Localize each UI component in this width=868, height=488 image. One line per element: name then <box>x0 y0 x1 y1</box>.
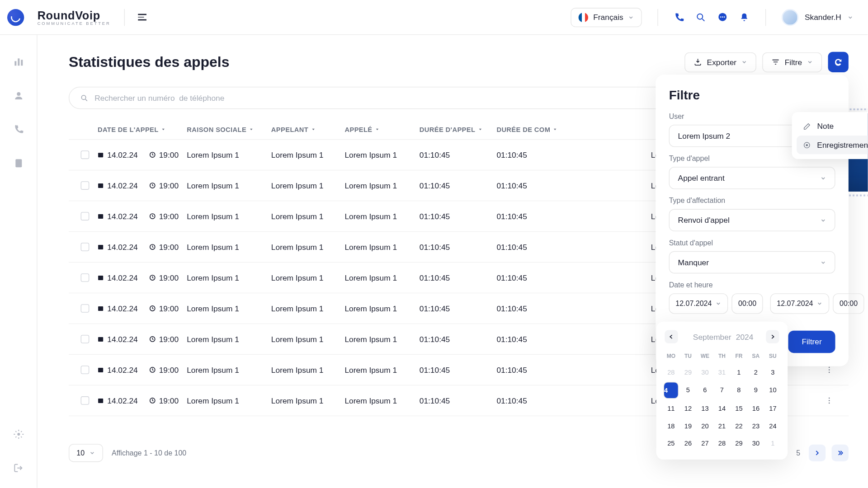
row-checkbox[interactable] <box>81 396 90 405</box>
calendar-day[interactable]: 14 <box>714 400 730 416</box>
calendar-day[interactable]: 29 <box>680 364 696 380</box>
page-next-button[interactable] <box>809 445 826 461</box>
apply-filter-button[interactable]: Filtrer <box>788 331 835 353</box>
cell-duree: 01:10:45 <box>420 273 497 282</box>
filter-status-select[interactable]: Manquer <box>669 251 835 273</box>
filter-button[interactable]: Filtre <box>762 52 822 72</box>
page-last-button[interactable] <box>832 445 849 461</box>
search-icon <box>80 94 89 102</box>
row-actions-button[interactable] <box>822 393 836 408</box>
filter-affect-select[interactable]: Renvoi d'appel <box>669 209 835 231</box>
page-size-select[interactable]: 10 <box>69 444 103 462</box>
calendar-day[interactable]: 8 <box>731 382 747 399</box>
search-icon[interactable] <box>696 12 707 23</box>
user-menu[interactable]: Skander.H <box>782 9 853 25</box>
time-to[interactable]: 00:00 <box>833 293 864 314</box>
row-checkbox[interactable] <box>81 243 90 251</box>
calendar-prev-button[interactable] <box>665 330 678 343</box>
menu-record[interactable]: Enregistrement <box>797 136 868 154</box>
calendar-day[interactable]: 20 <box>698 418 713 434</box>
col-date[interactable]: DATE DE L'APPEL <box>98 126 187 133</box>
row-checkbox[interactable] <box>81 212 90 221</box>
svg-point-0 <box>698 14 703 19</box>
row-checkbox[interactable] <box>81 335 90 343</box>
settings-icon[interactable] <box>13 429 24 440</box>
dashboard-icon[interactable] <box>13 56 24 67</box>
calendar-day[interactable]: 26 <box>680 436 696 451</box>
chat-icon[interactable] <box>717 12 728 23</box>
calendar-day[interactable]: 28 <box>714 436 730 451</box>
calendar-day[interactable]: 18 <box>664 418 679 434</box>
calendar-day[interactable]: 12 <box>680 400 696 416</box>
col-appelant[interactable]: APPELANT <box>271 126 345 133</box>
calendar-day[interactable]: 17 <box>765 400 781 416</box>
calendar-day[interactable]: 22 <box>731 418 747 434</box>
cell-com: 01:10:45 <box>496 150 651 160</box>
cell-com: 01:10:45 <box>496 304 651 313</box>
svg-point-54 <box>829 398 830 399</box>
page-5[interactable]: 5 <box>794 446 803 460</box>
calendar-day[interactable]: 2 <box>748 364 764 380</box>
calls-icon[interactable] <box>13 124 24 135</box>
row-checkbox[interactable] <box>81 181 90 190</box>
cell-appele: Lorem Ipsum 1 <box>344 212 419 221</box>
phone-icon[interactable] <box>674 12 685 23</box>
calendar-day[interactable]: 11 <box>664 400 679 416</box>
clock-icon <box>149 367 155 373</box>
calendar-day[interactable]: 30 <box>698 364 713 380</box>
cell-raison: Lorem Ipsum 1 <box>187 150 271 160</box>
user-icon[interactable] <box>13 90 24 101</box>
calendar-day[interactable]: 30 <box>748 436 764 451</box>
calendar-day[interactable]: 15 <box>731 400 747 416</box>
calendar-day[interactable]: 16 <box>748 400 764 416</box>
filter-type-select[interactable]: Appel entrant <box>669 167 835 189</box>
brand-name: RoundVoip <box>38 9 111 21</box>
row-checkbox[interactable] <box>81 150 90 159</box>
logout-icon[interactable] <box>13 463 24 474</box>
calendar-day[interactable]: 10 <box>765 382 781 399</box>
calendar-day[interactable]: 5 <box>680 382 696 399</box>
row-checkbox[interactable] <box>81 304 90 313</box>
language-select[interactable]: Français <box>571 8 642 27</box>
refresh-icon <box>834 57 843 67</box>
document-icon[interactable] <box>13 158 24 169</box>
calendar-next-button[interactable] <box>766 330 779 343</box>
menu-note[interactable]: Note <box>797 117 868 136</box>
menu-toggle-button[interactable] <box>138 14 146 20</box>
col-raison[interactable]: RAISON SOCIALE <box>187 126 271 133</box>
calendar-day[interactable]: 4 <box>664 382 679 399</box>
calendar-day[interactable]: 1 <box>731 364 747 380</box>
calendar-day[interactable]: 6 <box>698 382 713 399</box>
calendar-day[interactable]: 28 <box>664 364 679 380</box>
col-com[interactable]: DURÉE DE COM <box>496 126 651 133</box>
calendar-day[interactable]: 19 <box>680 418 696 434</box>
export-button[interactable]: Exporter <box>684 52 756 72</box>
col-appele[interactable]: APPELÉ <box>344 126 419 133</box>
calendar-day[interactable]: 25 <box>664 436 679 451</box>
col-duree[interactable]: DURÉE D'APPEL <box>420 126 497 133</box>
calendar-day[interactable]: 3 <box>765 364 781 380</box>
time-from[interactable]: 00:00 <box>731 293 763 314</box>
row-checkbox[interactable] <box>81 366 90 374</box>
svg-point-49 <box>829 367 830 368</box>
calendar-day[interactable]: 27 <box>698 436 713 451</box>
calendar-day[interactable]: 13 <box>698 400 713 416</box>
cell-appelant: Lorem Ipsum 1 <box>271 150 345 160</box>
calendar-day[interactable]: 21 <box>714 418 730 434</box>
calendar-day[interactable]: 23 <box>748 418 764 434</box>
row-checkbox[interactable] <box>81 273 90 282</box>
calendar-day[interactable]: 24 <box>765 418 781 434</box>
date-from[interactable]: 12.07.2024 <box>669 293 728 314</box>
refresh-button[interactable] <box>828 52 849 72</box>
calendar-day[interactable]: 1 <box>765 436 781 451</box>
calendar-day[interactable]: 31 <box>714 364 730 380</box>
calendar-day[interactable]: 7 <box>714 382 730 399</box>
calendar-dow: WE <box>698 349 713 362</box>
bell-icon[interactable] <box>739 12 750 23</box>
date-to[interactable]: 12.07.2024 <box>770 293 830 314</box>
svg-rect-27 <box>98 245 103 249</box>
record-icon <box>803 141 811 149</box>
svg-point-8 <box>17 92 20 96</box>
calendar-day[interactable]: 29 <box>731 436 747 451</box>
calendar-day[interactable]: 9 <box>748 382 764 399</box>
